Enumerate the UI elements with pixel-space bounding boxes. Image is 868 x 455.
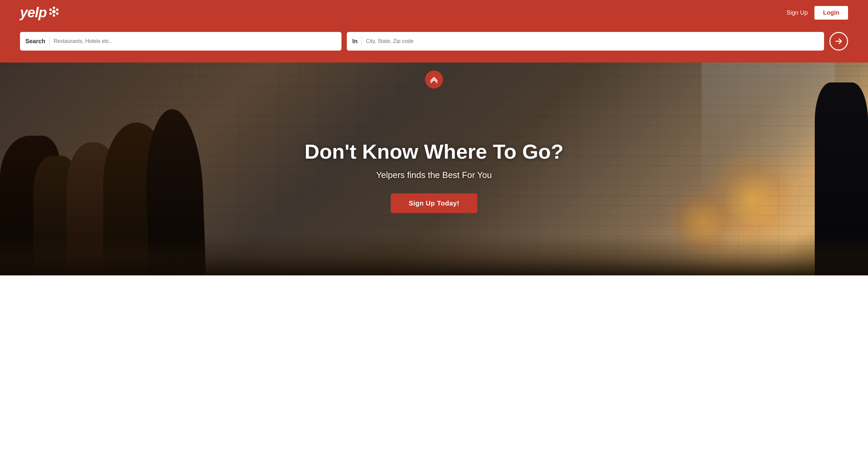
login-button[interactable]: Login (814, 6, 848, 20)
location-label: In (352, 38, 358, 45)
svg-point-0 (53, 7, 55, 9)
hero-subtitle: Yelpers finds the Best For You (305, 170, 563, 180)
search-divider (49, 36, 50, 46)
hero-cta-button[interactable]: Sign Up Today! (391, 194, 477, 213)
search-input[interactable] (54, 38, 336, 44)
signup-link[interactable]: Sign Up (786, 9, 808, 16)
svg-point-1 (56, 9, 59, 11)
search-label: Search (25, 38, 45, 45)
yelp-burst-icon (48, 6, 60, 18)
search-bar-section: Search In (0, 25, 868, 63)
svg-point-3 (53, 14, 55, 17)
hero-section: Don't Know Where To Go? Yelpers finds th… (0, 63, 868, 275)
arrow-right-icon (834, 37, 843, 46)
svg-point-4 (49, 12, 52, 14)
hero-content: Don't Know Where To Go? Yelpers finds th… (305, 140, 563, 213)
logo-area: yelp (20, 5, 60, 21)
svg-point-2 (56, 12, 59, 14)
logo-text: yelp (20, 5, 46, 21)
svg-point-5 (49, 9, 52, 11)
hero-title: Don't Know Where To Go? (305, 140, 563, 163)
nav-right: Sign Up Login (786, 6, 848, 20)
table-surface (0, 235, 868, 275)
search-box: Search (20, 32, 341, 51)
location-box: In (347, 32, 824, 51)
svg-point-6 (52, 10, 56, 13)
location-divider (362, 36, 362, 46)
location-input[interactable] (366, 38, 819, 44)
chevron-up-button[interactable] (425, 70, 443, 89)
header: yelp Sign Up Login (0, 0, 868, 25)
search-go-button[interactable] (829, 32, 848, 51)
chevron-up-icon (429, 75, 439, 84)
